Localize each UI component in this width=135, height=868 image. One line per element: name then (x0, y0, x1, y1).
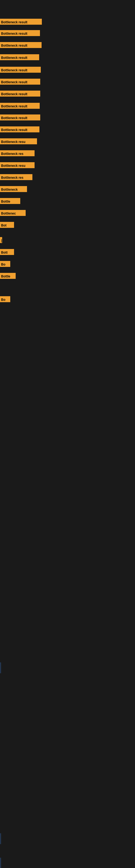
bottleneck-bar-22: Bottle (0, 273, 16, 279)
bottleneck-bar-11: Bottleneck resu (0, 138, 37, 144)
bottleneck-bar-8: Bottleneck result (0, 103, 40, 109)
bottleneck-bar-14: Bottleneck res (0, 174, 32, 180)
bottleneck-bar-3: Bottleneck result (0, 42, 42, 48)
bottleneck-bar-13: Bottleneck resu (0, 162, 35, 168)
bottleneck-bar-21: Bo (0, 261, 10, 267)
bottleneck-bar-2: Bottleneck result (0, 30, 40, 36)
bottleneck-bar-4: Bottleneck result (0, 54, 39, 60)
bottleneck-bar-16: Bottle (0, 198, 20, 204)
bottleneck-bar-15: Bottleneck (0, 186, 27, 192)
bottleneck-bar-1: Bottleneck result (0, 19, 42, 25)
bottleneck-bar-10: Bottleneck result (0, 126, 39, 132)
bottleneck-bar-5: Bottleneck result (0, 67, 41, 73)
bottleneck-bar-12: Bottleneck res (0, 150, 35, 156)
bottleneck-bar-17: Bottlenec (0, 210, 26, 216)
site-title (0, 0, 135, 3)
bottleneck-bar-23: Bo (0, 296, 10, 302)
bottleneck-bar-20: Bott (0, 249, 14, 255)
bottleneck-bar-19: | (0, 237, 2, 243)
bottleneck-bar-7: Bottleneck result (0, 91, 40, 97)
bottleneck-bar-6: Bottleneck result (0, 79, 40, 85)
bottleneck-bar-18: Bot (0, 222, 14, 228)
bottleneck-bar-9: Bottleneck result (0, 115, 40, 120)
